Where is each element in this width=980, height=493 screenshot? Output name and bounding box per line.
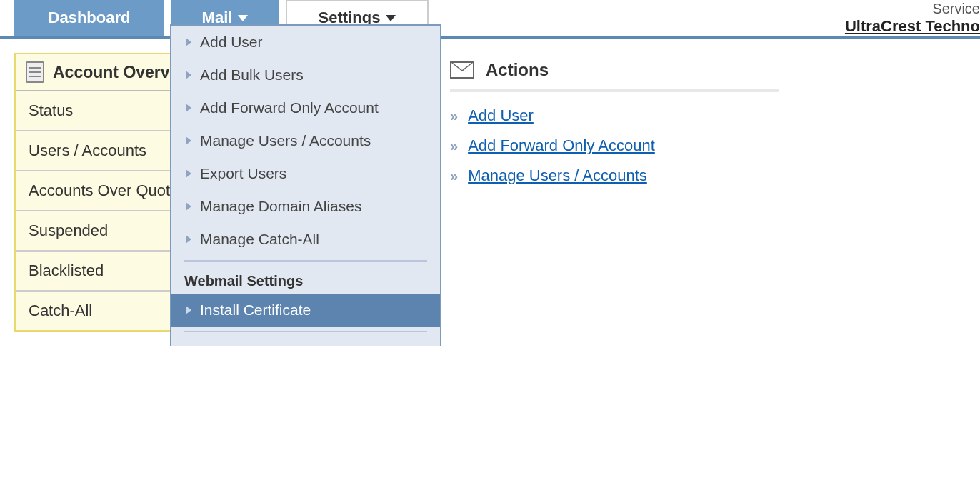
content-area: Account Overview Status Users / Accounts…: [0, 39, 980, 346]
tab-dashboard-label: Dashboard: [49, 9, 131, 27]
chevron-right-icon: [186, 169, 191, 178]
double-chevron-icon: »: [450, 138, 458, 154]
action-row: » Add User: [450, 101, 779, 131]
menu-item-add-user[interactable]: Add User: [171, 26, 440, 59]
chevron-right-icon: [186, 38, 191, 46]
menu-item-add-forward-only[interactable]: Add Forward Only Account: [171, 91, 440, 124]
document-icon: [26, 61, 44, 83]
menu-item-label: Add Forward Only Account: [200, 99, 379, 116]
chevron-right-icon: [186, 306, 191, 314]
mail-dropdown: Add User Add Bulk Users Add Forward Only…: [170, 24, 441, 346]
actions-panel: Actions » Add User » Add Forward Only Ac…: [450, 53, 779, 332]
actions-list: » Add User » Add Forward Only Account » …: [450, 92, 779, 191]
chevron-right-icon: [186, 104, 191, 112]
actions-header: Actions: [450, 60, 779, 92]
menu-item-export-users[interactable]: Export Users: [171, 157, 440, 190]
menu-item-label: Add Bulk Users: [200, 66, 304, 84]
chevron-right-icon: [186, 71, 191, 79]
menu-item-label: Add User: [200, 34, 263, 51]
chevron-down-icon: [238, 15, 248, 21]
branding-company-link[interactable]: UltraCrest Techno: [845, 17, 980, 36]
action-link-add-user[interactable]: Add User: [468, 106, 534, 125]
action-link-manage-users[interactable]: Manage Users / Accounts: [468, 166, 647, 185]
menu-item-add-bulk-users[interactable]: Add Bulk Users: [171, 59, 440, 91]
action-row: » Manage Users / Accounts: [450, 161, 779, 191]
branding-service-label: Service: [845, 0, 980, 17]
menu-group-mail-settings: Mail Settings: [171, 332, 440, 346]
chevron-right-icon: [186, 235, 191, 244]
double-chevron-icon: »: [450, 108, 458, 124]
menu-item-install-certificate[interactable]: Install Certificate: [171, 294, 440, 327]
double-chevron-icon: »: [450, 168, 458, 184]
chevron-down-icon: [386, 15, 396, 21]
menu-item-label: Export Users: [200, 165, 286, 182]
menu-item-label: Install Certificate: [200, 302, 311, 319]
tab-dashboard[interactable]: Dashboard: [14, 0, 164, 36]
chevron-right-icon: [186, 202, 191, 211]
menu-group-webmail-settings: Webmail Settings: [171, 262, 440, 294]
envelope-icon: [450, 61, 474, 79]
menu-item-label: Manage Domain Aliases: [200, 198, 361, 215]
action-link-add-forward-only[interactable]: Add Forward Only Account: [468, 136, 655, 155]
chevron-right-icon: [186, 136, 191, 145]
menu-item-label: Manage Users / Accounts: [200, 132, 371, 149]
actions-title: Actions: [486, 60, 549, 80]
menu-item-label: Manage Catch-All: [200, 231, 319, 248]
menu-item-manage-domain-aliases[interactable]: Manage Domain Aliases: [171, 190, 440, 223]
branding-block: Service UltraCrest Techno: [845, 0, 980, 36]
top-nav: Dashboard Mail Settings Service UltraCre…: [0, 0, 980, 39]
menu-item-manage-users[interactable]: Manage Users / Accounts: [171, 124, 440, 157]
action-row: » Add Forward Only Account: [450, 131, 779, 161]
menu-item-manage-catch-all[interactable]: Manage Catch-All: [171, 223, 440, 256]
